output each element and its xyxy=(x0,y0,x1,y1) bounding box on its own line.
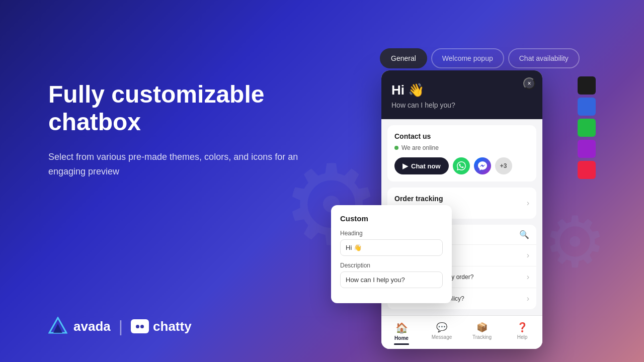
nav-tracking-label: Tracking xyxy=(472,334,492,340)
play-icon: ▶ xyxy=(403,162,408,170)
color-swatches xyxy=(578,76,596,179)
faq-chevron-3: › xyxy=(527,294,529,303)
swatch-red[interactable] xyxy=(578,161,596,179)
hero-heading: Fully customizable chatbox xyxy=(48,80,320,136)
status-dot xyxy=(394,146,398,150)
more-channels-badge[interactable]: +3 xyxy=(495,157,512,174)
chatty-text: chatty xyxy=(153,319,192,334)
faq-chevron-2: › xyxy=(527,273,529,282)
hero-section: Fully customizable chatbox Select from v… xyxy=(48,80,320,179)
tracking-chevron-icon: › xyxy=(527,199,529,208)
swatch-purple[interactable] xyxy=(578,140,596,158)
chat-now-button[interactable]: ▶ Chat now xyxy=(394,157,449,174)
chatty-icon xyxy=(131,319,149,333)
tab-general[interactable]: General xyxy=(380,48,427,68)
help-icon: ❓ xyxy=(517,322,528,333)
nav-home[interactable]: 🏠 Home xyxy=(381,320,422,347)
description-input[interactable] xyxy=(340,272,443,288)
nav-tracking[interactable]: 📦 Tracking xyxy=(462,320,502,347)
status-text: We are online xyxy=(401,144,439,151)
tracking-title: Order tracking xyxy=(394,195,527,203)
search-icon[interactable]: 🔍 xyxy=(519,230,529,239)
avada-text: avada xyxy=(73,319,111,334)
custom-popup-title: Custom xyxy=(340,214,443,223)
heading-label: Heading xyxy=(340,230,443,237)
swatch-blue[interactable] xyxy=(578,98,596,116)
home-icon: 🏠 xyxy=(395,322,408,334)
bottom-nav: 🏠 Home 💬 Message 📦 Tracking ❓ Help xyxy=(381,315,542,349)
description-label: Description xyxy=(340,262,443,269)
tab-chat-availability[interactable]: Chat availability xyxy=(508,48,580,68)
swatch-black[interactable] xyxy=(578,76,596,95)
message-icon: 💬 xyxy=(436,322,447,333)
nav-help-label: Help xyxy=(517,334,528,340)
nav-help[interactable]: ❓ Help xyxy=(502,320,542,347)
hero-subtext: Select from various pre-made themes, col… xyxy=(48,150,320,179)
avada-logo: avada xyxy=(48,317,111,336)
gear-decoration-small: ⚙ xyxy=(543,201,607,283)
contact-card: Contact us We are online ▶ Chat now +3 xyxy=(387,125,536,182)
nav-home-label: Home xyxy=(394,335,409,341)
nav-message-label: Message xyxy=(432,334,452,340)
chat-subtitle: How can I help you? xyxy=(391,101,532,109)
heading-input[interactable] xyxy=(340,239,443,256)
messenger-button[interactable] xyxy=(474,157,491,174)
tab-bar: General Welcome popup Chat availability xyxy=(380,48,580,68)
swatch-green[interactable] xyxy=(578,119,596,137)
logo-divider: | xyxy=(119,317,123,336)
custom-popup: Custom Heading Description xyxy=(331,205,452,303)
chat-header: × Hi 👋 How can I help you? xyxy=(381,70,542,119)
avada-logo-icon xyxy=(48,317,67,334)
svg-marker-1 xyxy=(53,324,62,333)
logo-bar: avada | chatty xyxy=(48,317,192,336)
tracking-icon: 📦 xyxy=(476,322,488,333)
online-status: We are online xyxy=(394,144,529,151)
chat-actions: ▶ Chat now +3 xyxy=(394,157,529,174)
faq-chevron-1: › xyxy=(527,251,529,260)
chat-close-button[interactable]: × xyxy=(523,77,535,89)
chat-greeting: Hi 👋 xyxy=(391,82,532,98)
whatsapp-button[interactable] xyxy=(453,157,470,174)
nav-message[interactable]: 💬 Message xyxy=(422,320,462,347)
chatty-logo: chatty xyxy=(131,319,192,334)
contact-title: Contact us xyxy=(394,132,529,140)
tab-welcome-popup[interactable]: Welcome popup xyxy=(431,48,504,68)
